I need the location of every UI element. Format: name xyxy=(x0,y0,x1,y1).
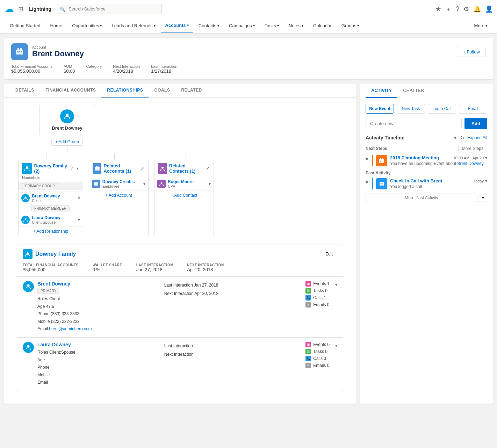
tab-chatter[interactable]: CHATTER xyxy=(397,84,430,98)
downey-creative-name[interactable]: Downey Creati... xyxy=(102,179,141,184)
account-header: Account Brent Downey + Follow Total Fina… xyxy=(4,38,493,79)
nav-item-tasks[interactable]: Tasks ▾ xyxy=(260,18,283,33)
grid-icon[interactable]: ⊞ xyxy=(18,5,23,13)
nav-item-accounts[interactable]: Accounts ▾ xyxy=(161,18,193,33)
family-branch-title[interactable]: Downey Family (2) xyxy=(34,163,69,174)
favorites-icon[interactable]: ★ xyxy=(435,5,441,13)
roger-name[interactable]: Roger Moore xyxy=(168,179,207,184)
resize-icon-3[interactable]: ⤢ xyxy=(205,165,210,172)
nav-item-getting-started[interactable]: Getting Started xyxy=(6,18,44,33)
relationships-content: Brent Downey + Add Group xyxy=(4,98,356,404)
member-brent-role: Client xyxy=(32,198,76,203)
nav-item-groups[interactable]: Groups ▾ xyxy=(337,18,363,33)
dropdown-icon[interactable]: ▾ xyxy=(76,165,79,172)
resize-icon-2[interactable]: ⤢ xyxy=(140,165,145,172)
nav-item-home[interactable]: Home xyxy=(46,18,66,33)
compose-input[interactable] xyxy=(366,118,462,129)
checkin-body: Check-in Call with Brent Today ▾ You log… xyxy=(390,178,487,189)
brent-detail-name[interactable]: Brent Downey xyxy=(37,281,164,287)
laura-detail-icon xyxy=(23,342,34,353)
aum-value: $0.00 xyxy=(64,68,75,74)
more-past-activity-button[interactable]: More Past Activity xyxy=(366,194,477,202)
nav-item-campaigns[interactable]: Campaigns ▾ xyxy=(225,18,259,33)
brent-calls: Calls 1 xyxy=(313,295,326,300)
more-past-dropdown-button[interactable]: ▾ xyxy=(479,194,487,202)
nav-item-contacts[interactable]: Contacts ▾ xyxy=(194,18,223,33)
accounts-branch-title[interactable]: Related Accounts (1) xyxy=(103,163,139,174)
checkin-chevron[interactable]: ▶ xyxy=(366,179,369,184)
add-contact-link[interactable]: + Add Contact xyxy=(154,190,214,200)
planning-event-name[interactable]: 2018 Planning Meeting xyxy=(390,155,439,160)
tab-activity[interactable]: ACTIVITY xyxy=(366,84,397,98)
activity-tabs: ACTIVITY CHATTER xyxy=(360,84,493,98)
past-activity-section: Past Activity ▶ Check-in Ca xyxy=(366,171,487,202)
hh-next-interaction-value: Apr 20, 2018 xyxy=(187,267,213,272)
member-laura-dropdown[interactable]: ▾ xyxy=(78,217,80,222)
svg-point-21 xyxy=(27,345,30,347)
chevron-down-icon: ▾ xyxy=(217,24,219,28)
checkin-event-name[interactable]: Check-in Call with Brent xyxy=(390,178,442,183)
help-icon[interactable]: ? xyxy=(456,5,459,13)
tab-financial-accounts[interactable]: FINANCIAL ACCOUNTS xyxy=(40,84,101,97)
laura-events: Events 0 xyxy=(313,342,330,347)
next-steps-section: Next Steps More Steps ▶ xyxy=(366,145,487,166)
avatar[interactable]: 👤 xyxy=(485,5,493,13)
tab-related[interactable]: RELATED xyxy=(175,84,207,97)
follow-button[interactable]: + Follow xyxy=(457,47,486,57)
filter-icon[interactable]: ▼ xyxy=(453,135,458,140)
next-interaction-value: 4/20/2018 xyxy=(113,68,133,74)
email-button[interactable]: Email xyxy=(459,104,487,114)
new-task-button[interactable]: New Task xyxy=(397,104,425,114)
tab-details[interactable]: DETAILS xyxy=(10,84,40,97)
member-laura-name[interactable]: Laura Downey xyxy=(32,215,76,220)
chevron-down-icon: ▾ xyxy=(154,24,156,28)
expand-all-button[interactable]: Expand All xyxy=(467,135,487,140)
laura-member-dropdown[interactable]: ▾ xyxy=(335,343,337,348)
brent-email-link[interactable]: brent@adminhero.com xyxy=(49,326,92,331)
more-steps-button[interactable]: More Steps xyxy=(458,145,487,152)
edit-button[interactable]: Edit xyxy=(321,250,337,258)
settings-icon[interactable]: ⚙ xyxy=(463,5,469,13)
branches: Downey Family (2) ⤢ ▾ Household PRIMARY … xyxy=(18,153,214,236)
tab-relationships[interactable]: RELATIONSHIPS xyxy=(101,84,149,97)
nav-item-calendar[interactable]: Calendar xyxy=(309,18,336,33)
add-account-link[interactable]: + Add Account xyxy=(89,190,148,200)
add-compose-button[interactable]: Add xyxy=(464,118,487,129)
member-brent-name[interactable]: Brent Downey xyxy=(32,194,76,198)
next-steps-label: Next Steps xyxy=(366,146,387,151)
add-group-button[interactable]: + Add Group xyxy=(51,138,83,146)
log-call-button[interactable]: Log a Call xyxy=(428,104,456,114)
bell-icon[interactable]: 🔔 xyxy=(473,5,481,13)
svg-point-7 xyxy=(66,114,69,116)
main-content: DETAILS FINANCIAL ACCOUNTS RELATIONSHIPS… xyxy=(0,84,497,408)
nav-item-leads[interactable]: Leads and Referrals ▾ xyxy=(107,18,159,33)
resize-icon[interactable]: ⤢ xyxy=(70,165,74,172)
member-downey-creative: Downey Creati... Employee ▾ xyxy=(89,177,148,190)
refresh-icon[interactable]: ↻ xyxy=(460,135,464,140)
nav-item-more[interactable]: More ▾ xyxy=(470,18,491,33)
branch-related-accounts: Related Accounts (1) ⤢ xyxy=(89,160,149,236)
aum-label: AUM xyxy=(64,64,75,68)
add-icon[interactable]: ＋ xyxy=(445,5,452,13)
contacts-branch-title[interactable]: Related Contacts (1) xyxy=(169,163,205,174)
laura-detail-name[interactable]: Laura Downey xyxy=(37,342,164,347)
nav-item-notes[interactable]: Notes ▾ xyxy=(284,18,308,33)
roger-dropdown[interactable]: ▾ xyxy=(209,181,211,186)
member-brent-dropdown[interactable]: ▾ xyxy=(78,196,80,201)
checkin-dropdown[interactable]: ▾ xyxy=(485,179,487,183)
svg-rect-2 xyxy=(17,48,19,50)
nav-item-opportunities[interactable]: Opportunities ▾ xyxy=(68,18,106,33)
household-title[interactable]: Downey Family xyxy=(23,249,76,259)
search-input[interactable] xyxy=(57,4,162,14)
planning-dropdown[interactable]: ▾ xyxy=(485,156,487,160)
planning-chevron[interactable]: ▶ xyxy=(366,156,369,161)
salesforce-logo[interactable]: ☁ xyxy=(4,3,14,15)
brent-link[interactable]: Brent Downey xyxy=(457,161,483,166)
add-relationship-link[interactable]: + Add Relationship xyxy=(19,226,83,236)
tab-goals[interactable]: GOALS xyxy=(149,84,175,97)
new-event-button[interactable]: New Event xyxy=(366,104,394,114)
brent-member-dropdown[interactable]: ▾ xyxy=(335,282,337,287)
timeline-header: Activity Timeline ▼ ↻ Expand All xyxy=(366,135,487,140)
checkin-desc: You logged a call xyxy=(390,184,487,189)
downey-creative-dropdown[interactable]: ▾ xyxy=(143,181,145,186)
